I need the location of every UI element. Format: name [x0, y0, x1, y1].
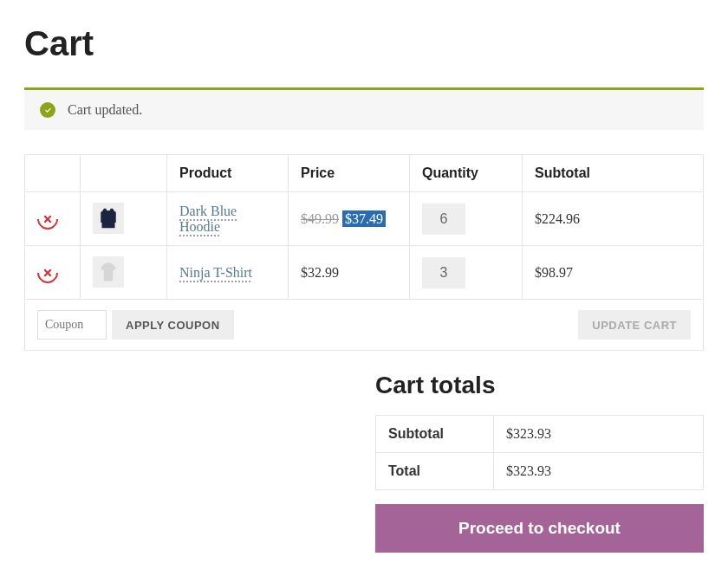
cart-totals: Cart totals Subtotal $323.93 Total $323.…	[375, 372, 704, 553]
product-thumbnail[interactable]	[93, 256, 124, 288]
col-thumb-header	[81, 155, 167, 192]
subtotal-cell: $224.96	[523, 192, 704, 246]
total-value: $323.93	[494, 453, 704, 490]
subtotal-label: Subtotal	[376, 416, 494, 453]
subtotal-value: $323.93	[494, 416, 704, 453]
apply-coupon-button[interactable]: APPLY COUPON	[112, 310, 234, 340]
page-title: Cart	[24, 24, 704, 63]
remove-item-button[interactable]	[33, 258, 62, 288]
subtotal-cell: $98.97	[523, 246, 704, 300]
product-link[interactable]: Ninja T-Shirt	[179, 265, 252, 280]
quantity-input[interactable]	[422, 204, 465, 235]
cart-updated-notice: Cart updated.	[24, 87, 704, 130]
svg-rect-3	[113, 212, 116, 223]
proceed-to-checkout-button[interactable]: Proceed to checkout	[375, 504, 704, 553]
update-cart-button[interactable]: UPDATE CART	[578, 310, 691, 340]
col-price-header: Price	[289, 155, 410, 192]
table-row: Ninja T-Shirt $32.99 $98.97	[25, 246, 704, 300]
col-subtotal-header: Subtotal	[523, 155, 704, 192]
sale-price: $32.99	[301, 265, 339, 280]
sale-price: $37.49	[342, 210, 386, 227]
price-cell: $32.99	[289, 246, 410, 300]
coupon-input[interactable]	[37, 310, 107, 340]
notice-message: Cart updated.	[68, 102, 142, 118]
coupon-group: APPLY COUPON	[37, 310, 234, 340]
svg-rect-2	[101, 212, 104, 223]
product-link[interactable]: Dark Blue Hoodie	[179, 204, 237, 234]
original-price: $49.99	[301, 211, 339, 226]
col-qty-header: Quantity	[410, 155, 523, 192]
col-remove-header	[25, 155, 81, 192]
quantity-input[interactable]	[422, 257, 465, 288]
price-cell: $49.99$37.49	[289, 192, 410, 246]
total-label: Total	[376, 453, 494, 490]
cart-table: Product Price Quantity Subtotal Dark Blu…	[24, 154, 704, 351]
remove-item-button[interactable]	[33, 204, 62, 234]
check-icon	[40, 102, 55, 118]
actions-row: APPLY COUPON UPDATE CART	[25, 300, 704, 351]
cart-totals-title: Cart totals	[375, 372, 704, 399]
totals-table: Subtotal $323.93 Total $323.93	[375, 415, 704, 490]
product-thumbnail[interactable]	[93, 203, 124, 234]
table-row: Dark Blue Hoodie $49.99$37.49 $224.96	[25, 192, 704, 246]
col-product-header: Product	[167, 155, 289, 192]
